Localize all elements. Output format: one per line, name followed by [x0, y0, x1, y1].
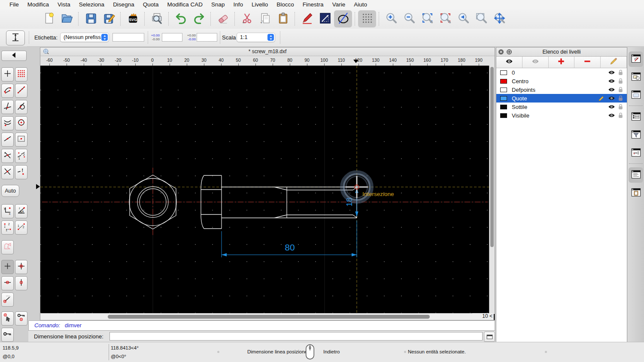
vertical-scrollbar[interactable] [489, 66, 495, 314]
layer-visibility-eye-icon[interactable] [608, 87, 615, 93]
tolerance-lower-input[interactable] [197, 33, 217, 42]
edit-pencil-icon[interactable] [598, 95, 605, 102]
menu-info[interactable]: Info [229, 1, 248, 8]
menu-aiuto[interactable]: Aiuto [349, 1, 371, 8]
set-relative-zero-button[interactable] [1, 311, 14, 326]
menu-modifica-cad[interactable]: Modifica CAD [163, 1, 207, 8]
menu-vista[interactable]: Vista [53, 1, 75, 8]
snap-intersect-arrows-button[interactable] [1, 149, 14, 163]
zoom-back-button[interactable] [454, 10, 472, 27]
snap-reference-box-button[interactable] [15, 133, 27, 147]
zoom-auto-button[interactable] [418, 10, 436, 27]
eraser-button[interactable] [214, 10, 232, 27]
label-input[interactable] [112, 33, 144, 42]
layer-visibility-eye-icon[interactable] [608, 104, 615, 110]
arrow-back-button[interactable] [1, 51, 27, 61]
menu-file[interactable]: File [5, 1, 23, 8]
layer-lock-icon[interactable] [618, 104, 623, 110]
snap-intersection-button[interactable] [1, 165, 14, 179]
command-history-panel-button[interactable] [629, 167, 643, 183]
drawing-window-titlebar[interactable]: * screw_m18.dxf [40, 48, 495, 56]
undo-button[interactable] [172, 10, 190, 27]
menu-varie[interactable]: Varie [328, 1, 350, 8]
open-folder-button[interactable] [58, 10, 76, 27]
add-layer-button[interactable] [549, 57, 575, 68]
print-preview-button[interactable] [148, 10, 166, 27]
snap-free-button[interactable] [1, 67, 14, 81]
block-list-panel-button[interactable] [629, 69, 643, 85]
ellipse-tool-button[interactable] [334, 10, 352, 27]
drawing-canvas[interactable]: 80 18 Intersezione [40, 66, 489, 314]
layer-row-0[interactable]: 0 [496, 68, 627, 77]
library-browser-panel-button[interactable] [629, 87, 643, 103]
layer-row-quote[interactable]: Quote [496, 94, 627, 103]
horizontal-scrollbar-thumb[interactable] [108, 315, 430, 319]
layer-visibility-eye-icon[interactable] [608, 96, 615, 101]
zoom-pan-button[interactable] [490, 10, 508, 27]
coord-cartesian-button[interactable]: yx [1, 204, 14, 218]
restrict-vertical-button[interactable] [15, 276, 27, 290]
coord-polar-button[interactable]: ra [15, 204, 27, 218]
new-file-button[interactable] [39, 10, 58, 27]
restrict-orthogonal-button[interactable] [15, 260, 27, 274]
show-all-layers-button[interactable] [496, 57, 522, 68]
vertical-scrollbar-thumb[interactable] [490, 67, 494, 247]
rel-cartesian-button[interactable]: 12 [1, 220, 14, 235]
draw-pen-button[interactable] [298, 10, 316, 27]
zoom-window-button[interactable] [472, 10, 490, 27]
layer-lock-icon[interactable] [618, 112, 623, 118]
detach-icon[interactable] [507, 49, 512, 54]
paste-button[interactable] [274, 10, 292, 27]
restrict-none-button[interactable] [1, 260, 14, 274]
close-icon[interactable] [498, 49, 504, 54]
lock-relative-zero-button[interactable] [15, 311, 27, 326]
menu-disegna[interactable]: Disegna [109, 1, 139, 8]
view-panel-button[interactable] [629, 145, 643, 161]
layer-lock-icon[interactable] [618, 78, 623, 84]
zoom-out-button[interactable] [400, 10, 418, 27]
command-input[interactable] [109, 332, 483, 341]
save-button[interactable] [82, 10, 100, 27]
hide-all-layers-button[interactable] [522, 57, 549, 68]
auto-button[interactable]: Auto [1, 185, 19, 197]
save-as-button[interactable] [100, 10, 118, 27]
restrict-horizontal-button[interactable] [1, 276, 14, 290]
command-panel-button[interactable] [484, 332, 495, 342]
snap-middle-button[interactable] [1, 133, 14, 147]
layer-list-panel-button[interactable] [629, 51, 643, 67]
selection-filter-panel-button[interactable] [629, 127, 643, 143]
menu-quota[interactable]: Quota [139, 1, 163, 8]
relative-zero-key-button[interactable] [1, 328, 14, 342]
selection-restrict-button[interactable] [1, 240, 14, 254]
svg-export-button[interactable]: SVG [124, 10, 142, 27]
snap-center-button[interactable] [15, 116, 27, 130]
clipboard-panel-button[interactable] [629, 185, 643, 201]
menu-seleziona[interactable]: Seleziona [75, 1, 109, 8]
prefix-select[interactable]: (Nessun prefiss [60, 33, 109, 42]
snap-distance-button[interactable] [1, 116, 14, 130]
menu-livello[interactable]: Livello [247, 1, 272, 8]
snap-on-entity-button[interactable] [15, 84, 27, 98]
layer-lock-icon[interactable] [618, 95, 623, 101]
angle-gauge-button[interactable] [1, 293, 14, 307]
snap-endpoints-button[interactable] [1, 84, 14, 98]
zoom-previous-button[interactable] [436, 10, 454, 27]
snap-intersect-manual-button[interactable]: 12 [15, 149, 27, 163]
scala-select[interactable]: 1:1 [237, 33, 275, 42]
layer-row-centro[interactable]: Centro [496, 77, 627, 85]
layer-lock-icon[interactable] [618, 87, 623, 93]
property-list-panel-button[interactable] [629, 109, 643, 125]
tolerance-upper-input[interactable] [162, 33, 182, 42]
remove-layer-button[interactable] [574, 57, 601, 68]
line-tool-button[interactable] [316, 10, 334, 27]
menu-finestra[interactable]: Finestra [298, 1, 328, 8]
snap-perpendicular-button[interactable] [1, 100, 14, 114]
cut-button[interactable]: + [238, 10, 256, 27]
snap-tangent-button[interactable] [15, 100, 27, 114]
snap-virtual-button[interactable]: ! [15, 165, 27, 179]
dimension-vertical-tool-button[interactable] [6, 30, 25, 45]
grid-toggle-button[interactable] [358, 10, 376, 27]
layer-visibility-eye-icon[interactable] [608, 78, 615, 84]
layer-row-sottile[interactable]: Sottile [496, 103, 627, 111]
layer-row-visibile[interactable]: Visibile [496, 111, 627, 120]
